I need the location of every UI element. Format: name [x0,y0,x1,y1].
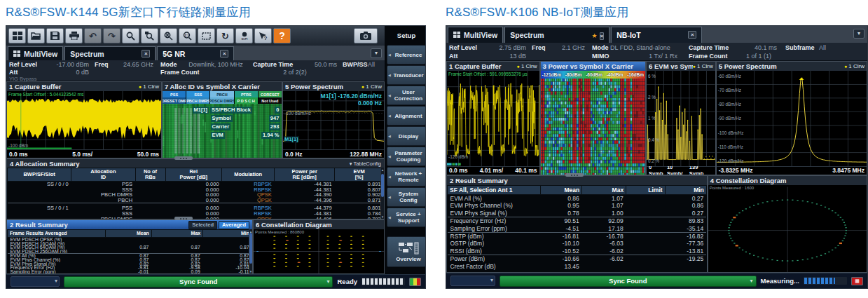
selected-button[interactable]: Selected [188,221,217,229]
system-message-icon[interactable] [409,278,421,286]
evm-vs-symbol-plot[interactable]: 6 %2 %1 %0.4 %0.2 % [647,71,715,166]
zoom-icon[interactable] [122,28,139,43]
save-icon[interactable] [46,28,64,43]
allocation-summary-window[interactable]: 4 Allocation Summary ▾ TableConfig BWP/S… [6,158,385,219]
softkey-parameter-coupling[interactable]: ◀Parameter Coupling [387,147,426,166]
window-title[interactable]: 3 Power vs Symbol X Carrier [541,62,646,71]
softkey-transducer[interactable]: ◀Transducer [387,65,426,85]
power-spectrum-plot[interactable]: -60 dBm/Hz-70 dBm/Hz-80 dBm/Hz-90 dBm/Hz… [717,71,867,166]
alloc-id-plot[interactable]: M1[1]SS/PBCH Block0 Symbol947 Carrier293… [163,104,282,158]
constellation-window[interactable]: 6 Constellation Diagram Points Measured … [253,219,385,274]
softkey-overview[interactable]: Overview [387,236,426,267]
window-title[interactable]: 7 Alloc ID vs Symbol X Carrier [163,82,282,91]
window-title[interactable]: 6 Constellation Diagram [254,220,384,229]
capture-time-value[interactable]: 40.1 ms [743,43,777,52]
softkey-alignment[interactable]: ◀Alignment [387,106,426,126]
table-config-button[interactable]: ▾ TableConfig [350,161,381,167]
sync-status-bar[interactable]: Sync Found▾ [500,276,757,287]
status-dropdown[interactable]: ▾ [450,276,495,286]
zoom-off-icon[interactable] [160,28,177,43]
softkey-system-config[interactable]: ◀System Config [387,187,426,207]
softkey-network-remote[interactable]: ◀Network + Remote [387,167,426,187]
constellation-plot[interactable]: Points Measured : 860800 [254,229,384,273]
result-summary-window[interactable]: 2 Result Summary SF All, Selection Ant 1… [446,175,708,273]
open-icon[interactable] [27,28,45,43]
mimo-value[interactable]: 1 Tx/ 1 Rx [610,52,689,60]
freq-value[interactable]: 2.1 GHz [547,43,585,52]
scpi-recorder-icon[interactable]: SCPI [235,28,253,43]
print-icon[interactable] [65,28,83,43]
att-value[interactable]: 0 dB [43,69,89,76]
context-help-icon[interactable]: ? [254,28,272,43]
softkey-reference[interactable]: ◀Reference [387,45,426,65]
status-dropdown[interactable]: ▾ [11,276,60,287]
undo-icon[interactable]: ↶ [84,28,102,43]
close-tab-icon[interactable]: × [220,50,228,57]
sync-status-bar[interactable]: Sync Found▾ [64,276,333,287]
ref-level-value[interactable]: -17.00 dBm [43,61,89,69]
capture-buffer-plot[interactable]: Frame Start Offset : 5.044323542 ms -100… [7,91,161,149]
power-vs-symbol-heatmap[interactable] [541,79,646,175]
splitter-handle[interactable] [174,156,193,160]
tab-nb-iot[interactable]: NB-IoT × [611,27,702,43]
evm-vs-symbol-window[interactable]: 6 EVM vs Symbol ● 1 Clrw 6 %2 %1 %0.4 %0… [646,61,716,175]
window-title[interactable]: 1 Capture Buffer ● 1 Clrw [447,62,539,71]
refresh-icon[interactable]: ↻ [216,28,234,43]
splitter-handle[interactable] [565,173,584,177]
close-tab-icon[interactable]: × [688,31,696,39]
table-scrollbar[interactable]: ▴▾ [380,168,384,219]
alloc-id-window[interactable]: 7 Alloc ID vs Symbol X Carrier PSSSSSPBC… [162,81,282,158]
softkey-service-support[interactable]: ◀Service + Support [387,208,426,227]
splitter-handle[interactable] [174,217,193,220]
window-title[interactable]: 4 Constellation Diagram [708,176,867,185]
constellation-plot[interactable]: Points Measured : 1600 [708,185,867,272]
frame-count-value[interactable]: 1 of 1 (1) [743,52,816,60]
capture-buffer-plot[interactable]: Frame Start Offset : 591.099553276 µs -1… [447,71,539,166]
softkey-user-correction[interactable]: ◀User Correction [387,86,426,105]
tab-overflow-button[interactable]: ▾ [371,48,382,58]
ref-level-value[interactable]: 2.75 dBm [483,43,526,52]
help-icon[interactable]: ? [273,28,291,43]
redo-icon[interactable]: ↷ [103,28,120,43]
frame-count-value[interactable]: 2 of 2(2) [253,69,337,76]
tab-spectrum[interactable]: Spectrum ★ × [504,27,609,43]
close-tab-icon[interactable]: × [142,50,150,57]
table-scrollbar[interactable]: ▴▾ [249,229,252,273]
tab-5g-nr[interactable]: 5G NR × [157,46,234,60]
zoom-multi-icon[interactable] [141,28,158,43]
power-spectrum-window[interactable]: 5 Power Spectrum ● 1 Clrw M1[1] -176.20 … [282,81,385,158]
subframe-value[interactable]: All [816,43,864,52]
window-title[interactable]: 5 Power Spectrum ● 1 Clrw [283,82,384,91]
zoom-1-1-icon[interactable]: 1:1 [179,28,196,43]
window-title[interactable]: 1 Capture Buffer ● 1 Clrw [7,82,161,91]
freq-value[interactable]: 24.65 GHz [110,61,153,69]
capture-buffer-window[interactable]: 1 Capture Buffer ● 1 Clrw Frame Start Of… [6,81,162,158]
window-title[interactable]: 5 Power Spectrum ● 1 Clrw [717,62,867,71]
softkey-display[interactable]: ◀Display [387,126,426,146]
constellation-window[interactable]: 4 Constellation Diagram Points Measured … [708,175,867,273]
capture-time-value[interactable]: 50.0 ms [306,61,337,69]
toolbar-toggle-button[interactable]: ▾ [853,29,864,39]
error-log-icon[interactable]: ▦ [851,277,863,285]
window-title[interactable]: 2 Result Summary [447,176,707,185]
app-menu-icon[interactable] [8,28,26,43]
att-value[interactable]: 13 dB [483,52,526,60]
screenshot-button[interactable] [354,28,378,43]
power-vs-symbol-window[interactable]: 3 Power vs Symbol X Carrier -121dBm-80dB… [540,61,647,175]
window-title[interactable]: 4 Allocation Summary ▾ TableConfig [7,159,384,168]
mode-value[interactable]: DL FDD, Stand-alone [610,43,689,52]
bwp-ss-value[interactable]: All [368,61,386,69]
window-title[interactable]: 6 EVM vs Symbol ● 1 Clrw [647,62,715,71]
power-spectrum-window[interactable]: 5 Power Spectrum ● 1 Clrw -60 dBm/Hz-70 … [716,61,867,175]
power-spectrum-plot[interactable]: M1[1] -176.20 dBm/Hz 0.000 Hz -100 dBm/H… [283,91,384,149]
tab-multiview[interactable]: MultiView [8,46,63,60]
tab-spectrum[interactable]: Spectrum × [64,46,156,60]
close-tab-icon[interactable]: × [600,32,605,40]
capture-buffer-window[interactable]: 1 Capture Buffer ● 1 Clrw Frame Start Of… [446,61,540,175]
averaged-button[interactable]: Averaged [219,221,249,229]
select-window-icon[interactable] [198,28,215,43]
window-title[interactable]: 2 Result Summary Selected Averaged [7,220,252,229]
result-summary-window[interactable]: 2 Result Summary Selected Averaged Frame… [6,219,253,274]
mode-value[interactable]: Downlink, 100 MHz [179,61,253,69]
tab-multiview[interactable]: MultiView [448,27,503,43]
